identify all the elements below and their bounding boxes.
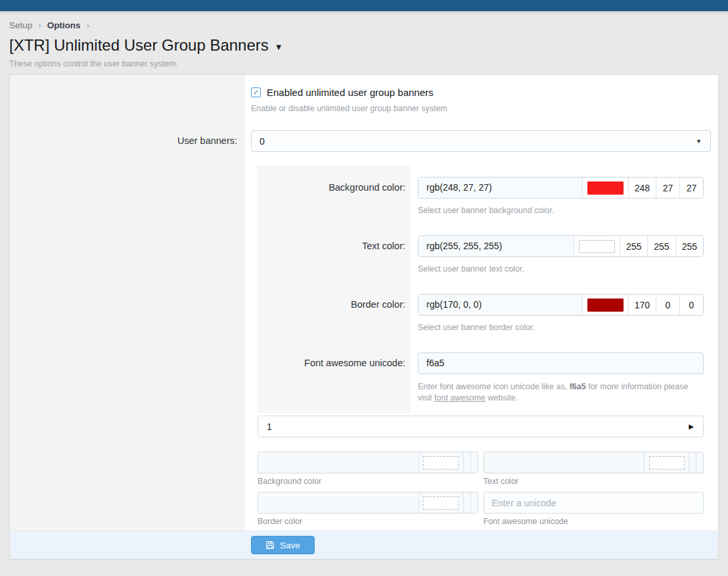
- text-color-label: Text color:: [258, 235, 410, 257]
- new-background-color-input[interactable]: [258, 452, 419, 473]
- new-background-color-label: Background color: [258, 477, 478, 486]
- text-color-description-row: Select user banner text color.: [258, 264, 704, 276]
- border-color-b-value[interactable]: 0: [679, 295, 703, 315]
- new-border-color-swatch-cell[interactable]: [419, 492, 463, 513]
- new-background-color-cell[interactable]: [470, 452, 478, 473]
- new-text-color-swatch-cell[interactable]: [644, 452, 689, 473]
- banner0-font-awesome-row: Font awesome unicode: f6a5: [258, 352, 704, 374]
- new-font-awesome-label: Font awesome unicode: [484, 517, 704, 526]
- breadcrumb: Setup › Options ›: [9, 20, 719, 30]
- text-color-g-value[interactable]: 255: [647, 236, 675, 256]
- border-color-label: Border color:: [258, 294, 410, 316]
- checkbox-check-icon: ✓: [253, 88, 259, 97]
- page-title-text: [XTR] Unlimited User Group Banners: [9, 36, 269, 55]
- save-button[interactable]: Save: [251, 536, 315, 554]
- banner0-block-row: Background color: rgb(248, 27, 27) 248 2…: [10, 152, 718, 526]
- new-border-color-swatch: [423, 496, 459, 510]
- border-color-value-input[interactable]: rgb(170, 0, 0): [419, 295, 582, 315]
- background-color-swatch: [587, 181, 624, 195]
- option-row-user-banners: User banners: 0 ▼: [10, 130, 718, 152]
- text-color-description: Select user banner text color.: [410, 264, 704, 276]
- new-background-color-cell[interactable]: [463, 452, 470, 473]
- text-color-value-input[interactable]: rgb(255, 255, 255): [419, 236, 574, 256]
- new-text-color-cell[interactable]: [696, 452, 703, 473]
- new-background-color-swatch: [423, 456, 459, 469]
- nested-label-column-background: [258, 165, 410, 413]
- new-banner-form: Background color Text color: [258, 452, 704, 526]
- option-row-enabled: ✓ Enabled unlimited user group banners E…: [10, 75, 718, 113]
- background-color-value-input[interactable]: rgb(248, 27, 27): [419, 178, 582, 198]
- new-border-color-field: Border color: [258, 492, 478, 526]
- breadcrumb-item-options[interactable]: Options: [47, 20, 81, 30]
- text-color-picker: rgb(255, 255, 255) 255 255 255: [418, 235, 704, 257]
- new-text-color-field: Text color: [484, 452, 704, 486]
- font-awesome-unicode-input[interactable]: f6a5: [418, 352, 704, 374]
- new-text-color-input[interactable]: [484, 452, 645, 473]
- border-color-description-row: Select user banner border color.: [258, 323, 704, 334]
- enabled-checkbox[interactable]: ✓: [251, 87, 261, 97]
- border-color-swatch-cell[interactable]: [582, 295, 628, 315]
- banner0-options: Background color: rgb(248, 27, 27) 248 2…: [258, 165, 704, 413]
- banner0-background-color-row: Background color: rgb(248, 27, 27) 248 2…: [258, 165, 704, 199]
- chevron-down-icon: ▼: [696, 138, 710, 145]
- new-border-color-cell[interactable]: [463, 492, 470, 513]
- admin-top-bar: [0, 0, 728, 11]
- save-button-label: Save: [280, 540, 300, 550]
- background-color-label: Background color:: [258, 177, 410, 199]
- unicode-example-code: f6a5: [570, 382, 586, 391]
- border-color-swatch: [587, 299, 624, 312]
- page-title: [XTR] Unlimited User Group Banners ▼: [9, 36, 719, 55]
- collapsed-section-label: 1: [258, 421, 689, 432]
- background-color-description-row: Select user banner background color.: [258, 206, 704, 217]
- page-subtitle: These options control the user banner sy…: [9, 59, 719, 68]
- text-color-b-value[interactable]: 255: [675, 236, 703, 256]
- new-text-color-label: Text color: [484, 477, 704, 486]
- background-color-picker: rgb(248, 27, 27) 248 27 27: [418, 177, 704, 199]
- text-color-r-value[interactable]: 255: [620, 236, 647, 256]
- new-text-color-picker: [484, 452, 704, 473]
- background-color-swatch-cell[interactable]: [582, 178, 628, 198]
- new-background-color-picker: [258, 452, 478, 473]
- breadcrumb-item-setup[interactable]: Setup: [9, 20, 32, 30]
- border-color-picker: rgb(170, 0, 0) 170 0 0: [418, 294, 704, 316]
- banner0-border-color-row: Border color: rgb(170, 0, 0) 170 0 0: [258, 294, 704, 316]
- page-header: Setup › Options › [XTR] Unlimited User G…: [0, 15, 728, 68]
- background-color-g-value[interactable]: 27: [656, 178, 679, 198]
- new-text-color-swatch: [649, 456, 685, 469]
- user-banners-select[interactable]: 0 ▼: [251, 130, 711, 152]
- font-awesome-label: Font awesome unicode:: [258, 352, 410, 374]
- enabled-checkbox-label[interactable]: Enabled unlimited user group banners: [267, 87, 434, 98]
- chevron-right-icon: ›: [87, 20, 89, 30]
- new-border-color-cell[interactable]: [470, 492, 478, 513]
- border-color-description: Select user banner border color.: [410, 323, 704, 334]
- banner0-spacer: [10, 152, 244, 526]
- banner0-text-color-row: Text color: rgb(255, 255, 255) 255 255 2…: [258, 235, 704, 257]
- new-font-awesome-field: Font awesome unicode: [484, 492, 704, 526]
- enabled-description: Enable or disable unlimited user group b…: [251, 104, 711, 113]
- collapsed-banner-section[interactable]: 1 ▶: [258, 416, 704, 437]
- border-color-g-value[interactable]: 0: [656, 295, 679, 315]
- border-color-r-value[interactable]: 170: [628, 295, 656, 315]
- new-border-color-label: Border color: [258, 517, 478, 526]
- chevron-right-icon: ›: [38, 20, 41, 30]
- user-banners-label: User banners:: [10, 130, 244, 152]
- options-panel: ✓ Enabled unlimited user group banners E…: [9, 74, 719, 560]
- user-banners-selected-value: 0: [252, 136, 696, 147]
- new-background-color-field: Background color: [258, 452, 478, 486]
- font-awesome-description: Enter font awesome icon unicode like as,…: [410, 381, 704, 404]
- chevron-right-icon: ▶: [689, 423, 703, 430]
- background-color-b-value[interactable]: 27: [679, 178, 703, 198]
- text-color-swatch: [579, 240, 615, 253]
- text-color-swatch-cell[interactable]: [574, 236, 620, 256]
- new-border-color-input[interactable]: [258, 492, 419, 513]
- title-dropdown-icon[interactable]: ▼: [275, 39, 283, 52]
- form-footer: Save: [10, 531, 718, 559]
- background-color-r-value[interactable]: 248: [628, 178, 656, 198]
- new-unicode-input[interactable]: [484, 492, 704, 514]
- enabled-label-spacer: [10, 87, 244, 113]
- new-text-color-cell[interactable]: [689, 452, 696, 473]
- save-floppy-icon: [265, 540, 275, 550]
- new-background-color-swatch-cell[interactable]: [419, 452, 463, 473]
- new-border-color-picker: [258, 492, 478, 514]
- font-awesome-link[interactable]: font awesome: [434, 393, 486, 402]
